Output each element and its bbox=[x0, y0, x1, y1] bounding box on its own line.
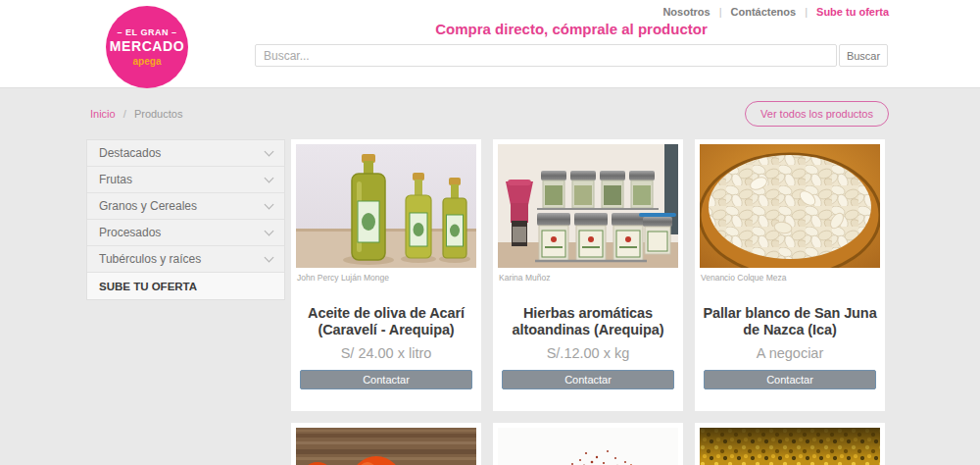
contact-button[interactable]: Contactar bbox=[300, 370, 472, 389]
product-card-partial bbox=[695, 423, 885, 465]
sidebar-item-label: Destacados bbox=[99, 146, 161, 160]
header-center: Compra directo, cómprale al productor Bu… bbox=[255, 21, 888, 67]
producer-name: Karina Muñoz bbox=[499, 273, 678, 283]
sidebar-item-label: Tubérculos y raíces bbox=[99, 252, 201, 266]
sidebar-item-procesados[interactable]: Procesados bbox=[87, 220, 284, 246]
product-image-olive-oil-bottles[interactable] bbox=[296, 144, 476, 268]
tagline: Compra directo, cómprale al productor bbox=[255, 21, 888, 37]
chevron-down-icon bbox=[265, 147, 274, 157]
product-card-partial bbox=[493, 423, 683, 465]
nav-separator: | bbox=[805, 6, 808, 18]
breadcrumb: Inicio / Productos bbox=[90, 108, 182, 120]
breadcrumb-row: Inicio / Productos Ver todos los product… bbox=[90, 88, 889, 139]
chevron-down-icon bbox=[265, 174, 274, 183]
search-bar: Buscar bbox=[255, 44, 888, 67]
product-image-white-lima-beans[interactable] bbox=[700, 144, 880, 268]
producer-name: John Percy Luján Monge bbox=[297, 273, 476, 283]
logo-main-text: MERCADO bbox=[110, 38, 185, 54]
sidebar-item-sube-tu-oferta[interactable]: SUBE TU OFERTA bbox=[87, 273, 284, 299]
product-price: A negociar bbox=[700, 345, 880, 361]
search-button[interactable]: Buscar bbox=[839, 44, 888, 67]
product-title: Pallar blanco de San Juna de Nazca (Ica) bbox=[700, 305, 880, 338]
product-image-golden-grains[interactable] bbox=[700, 428, 880, 465]
product-price: S/.12.00 x kg bbox=[498, 345, 678, 361]
nav-nosotros[interactable]: Nosotros bbox=[662, 6, 710, 18]
chevron-down-icon bbox=[265, 200, 274, 210]
sidebar-item-tuberculos-y-raices[interactable]: Tubérculos y raíces bbox=[87, 246, 284, 273]
header: Nosotros | Contáctenos | Sube tu oferta … bbox=[0, 0, 980, 88]
search-input[interactable] bbox=[255, 44, 837, 67]
product-image-scattered-red-seeds[interactable] bbox=[498, 428, 678, 465]
nav-contactenos[interactable]: Contáctenos bbox=[731, 6, 797, 18]
sidebar-item-granos-y-cereales[interactable]: Granos y Cereales bbox=[87, 193, 284, 220]
product-image-spice-jar-rack[interactable] bbox=[498, 144, 678, 268]
product-card: Venancio Colque Meza Pallar blanco de Sa… bbox=[695, 139, 885, 411]
breadcrumb-separator: / bbox=[123, 108, 126, 120]
contact-button[interactable]: Contactar bbox=[704, 370, 876, 389]
sidebar-item-label: Granos y Cereales bbox=[99, 199, 197, 213]
sidebar-item-label: SUBE TU OFERTA bbox=[99, 281, 197, 292]
category-sidebar: Destacados Frutas Granos y Cereales Proc… bbox=[86, 139, 285, 300]
nav-separator: | bbox=[719, 6, 722, 18]
chevron-down-icon bbox=[265, 253, 274, 263]
chevron-down-icon bbox=[265, 227, 274, 236]
product-title: Hierbas aromáticas altoandinas (Arequipa… bbox=[498, 305, 678, 338]
content: Destacados Frutas Granos y Cereales Proc… bbox=[86, 139, 980, 465]
product-title: Aceite de oliva de Acarí (Caravelí - Are… bbox=[296, 305, 476, 338]
logo-top-text: – EL GRAN – bbox=[118, 27, 177, 37]
product-card: John Percy Luján Monge Aceite de oliva d… bbox=[291, 139, 481, 411]
sidebar-item-destacados[interactable]: Destacados bbox=[87, 140, 284, 167]
logo[interactable]: – EL GRAN – MERCADO apega bbox=[106, 6, 188, 88]
breadcrumb-current: Productos bbox=[134, 108, 183, 120]
logo-sub-text: apega bbox=[133, 56, 162, 67]
breadcrumb-home-link[interactable]: Inicio bbox=[90, 108, 116, 120]
nav-sube-tu-oferta[interactable]: Sube tu oferta bbox=[816, 6, 889, 18]
product-card-partial bbox=[291, 423, 481, 465]
product-image-tomatoes-on-wood[interactable] bbox=[296, 428, 476, 465]
contact-button[interactable]: Contactar bbox=[502, 370, 674, 389]
top-nav: Nosotros | Contáctenos | Sube tu oferta bbox=[662, 6, 889, 18]
sidebar-item-label: Procesados bbox=[99, 226, 161, 239]
product-price: S/ 24.00 x litro bbox=[296, 345, 476, 361]
view-all-products-button[interactable]: Ver todos los productos bbox=[745, 101, 889, 127]
sidebar-item-label: Frutas bbox=[99, 173, 132, 186]
product-grid: John Percy Luján Monge Aceite de oliva d… bbox=[291, 139, 899, 465]
product-card: Karina Muñoz Hierbas aromáticas altoandi… bbox=[493, 139, 683, 411]
producer-name: Venancio Colque Meza bbox=[701, 273, 880, 283]
sidebar-item-frutas[interactable]: Frutas bbox=[87, 167, 284, 193]
